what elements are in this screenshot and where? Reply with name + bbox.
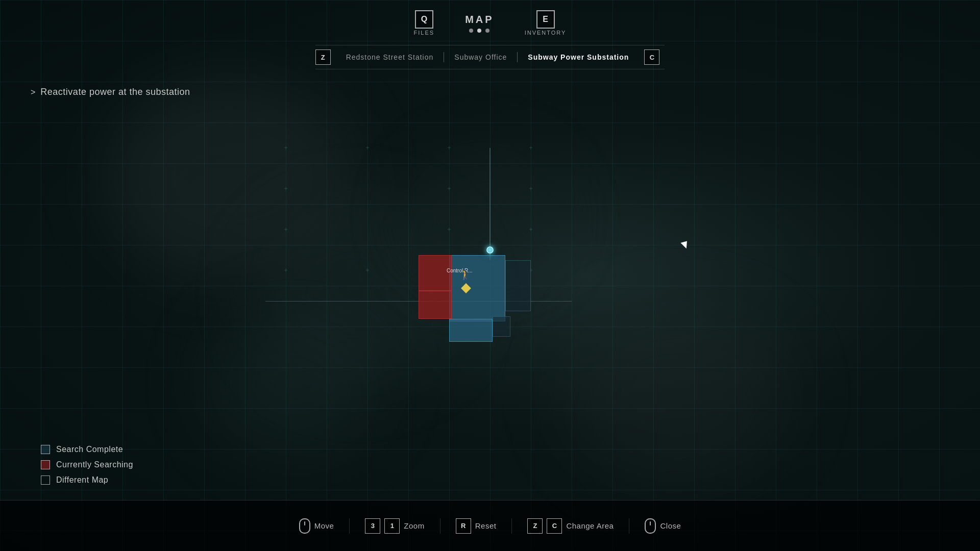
room-blue-bottom [449,319,493,342]
map-area: Control R... 🚶 [0,107,980,495]
bottom-control-bar: Move 3 1 Zoom R Reset Z C Change Area Cl… [0,500,980,551]
legend-label-currently-searching: Currently Searching [56,460,133,469]
sep-3 [511,518,512,534]
legend-label-different-map: Different Map [56,475,108,485]
close-label: Close [660,521,681,530]
control-change-area: Z C Change Area [527,518,614,534]
zoom-label: Zoom [404,521,424,530]
control-zoom: 3 1 Zoom [365,518,424,534]
room-control-room-blue [449,255,505,321]
top-navigation: Q FILES MAP E INVENTORY Z Redstone Stree… [0,0,980,69]
legend-label-search-complete: Search Complete [56,445,123,454]
tab-key-z[interactable]: Z [315,49,331,65]
room-red-main [419,255,452,291]
sep-1 [349,518,350,534]
map-title-group: MAP [465,14,494,33]
room-red-lower [419,291,452,319]
change-area-key-c[interactable]: C [547,518,562,534]
map-dot-3 [485,29,489,33]
map-legend: Search Complete Currently Searching Diff… [41,445,133,485]
move-label: Move [314,521,334,530]
legend-currently-searching: Currently Searching [41,460,133,469]
map-pagination-dots [469,29,489,33]
control-close: Close [645,518,681,534]
legend-search-complete: Search Complete [41,445,133,454]
player-location-dot [486,246,494,254]
floorplan-container: Control R... 🚶 [419,250,561,352]
character-icon: 🚶 [459,270,471,280]
tab-subway-office[interactable]: Subway Office [444,53,517,61]
control-reset: R Reset [456,518,497,534]
change-area-label: Change Area [566,521,614,530]
mouse-move-icon [299,518,310,534]
map-dot-2 [477,29,481,33]
tab-redstone-street-station[interactable]: Redstone Street Station [336,53,444,61]
files-key[interactable]: Q [415,10,433,29]
files-nav-group[interactable]: Q FILES [414,10,435,36]
inventory-nav-group[interactable]: E INVENTORY [525,10,567,36]
zoom-key-3[interactable]: 3 [365,518,380,534]
legend-color-search-complete [41,445,50,454]
map-vertical-line [490,148,491,260]
zoom-key-1[interactable]: 1 [384,518,400,534]
map-dot-1 [469,29,473,33]
control-move: Move [299,518,334,534]
files-label: FILES [414,30,435,36]
room-dark-right [505,260,531,311]
sep-2 [440,518,440,534]
mouse-close-icon [645,518,656,534]
area-tabs-row: Z Redstone Street Station Subway Office … [315,45,665,69]
reset-key-r[interactable]: R [456,518,471,534]
legend-different-map: Different Map [41,475,133,485]
objective-text: Reactivate power at the substation [40,87,190,97]
legend-color-different-map [41,475,50,485]
inventory-label: INVENTORY [525,30,567,36]
sep-4 [629,518,629,534]
tab-key-c[interactable]: C [644,49,659,65]
room-dark-bottom [493,316,510,337]
reset-label: Reset [475,521,497,530]
tab-subway-power-substation[interactable]: Subway Power Substation [518,53,639,61]
inventory-key[interactable]: E [536,10,555,29]
legend-color-currently-searching [41,460,50,469]
map-title: MAP [465,14,494,26]
objective-arrow-icon: > [31,88,35,97]
change-area-key-z[interactable]: Z [527,518,543,534]
floorplan: Control R... 🚶 [419,250,561,352]
objective-bar: > Reactivate power at the substation [31,87,190,97]
